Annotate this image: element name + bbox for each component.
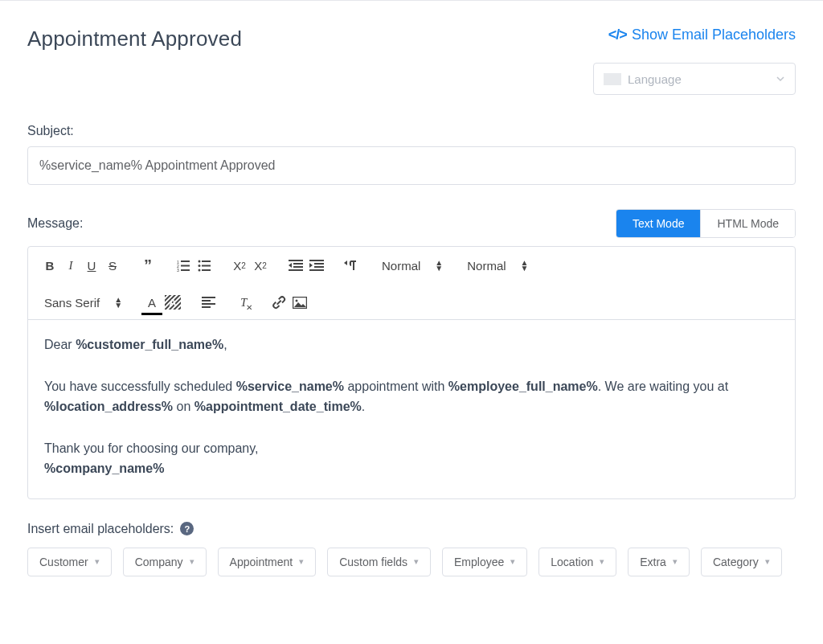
body-text: Thank you for choosing our company, bbox=[44, 441, 259, 455]
svg-point-6 bbox=[198, 260, 200, 262]
chip-label: Company bbox=[135, 556, 183, 568]
body-text: . We are waiting you at bbox=[598, 379, 728, 393]
indent-button[interactable] bbox=[306, 255, 327, 276]
svg-point-28 bbox=[296, 299, 298, 301]
placeholder-token: %employee_full_name% bbox=[448, 379, 598, 393]
svg-rect-5 bbox=[181, 269, 190, 271]
superscript-button[interactable]: X2 bbox=[250, 255, 271, 276]
sort-icon: ▲▼ bbox=[521, 260, 529, 271]
chip-label: Location bbox=[551, 556, 593, 568]
size-select-label: Normal bbox=[467, 259, 506, 273]
insert-placeholders-label: Insert email placeholders: bbox=[27, 522, 174, 536]
chip-custom-fields[interactable]: Custom fields▾ bbox=[327, 548, 431, 576]
chip-extra[interactable]: Extra▾ bbox=[628, 548, 690, 576]
chip-label: Custom fields bbox=[339, 556, 407, 568]
chip-label: Customer bbox=[39, 556, 88, 568]
editor-content[interactable]: Dear %customer_full_name%, You have succ… bbox=[28, 320, 795, 498]
svg-point-10 bbox=[198, 269, 200, 271]
sort-icon: ▲▼ bbox=[435, 260, 443, 271]
rich-text-editor: B I U S ” 123 X2 X2 bbox=[27, 246, 796, 499]
subject-input[interactable] bbox=[27, 146, 796, 185]
svg-rect-11 bbox=[202, 269, 211, 271]
image-button[interactable] bbox=[289, 292, 310, 313]
svg-rect-15 bbox=[289, 269, 303, 271]
help-icon[interactable]: ? bbox=[180, 522, 194, 535]
chevron-down-icon: ▾ bbox=[765, 556, 770, 567]
editor-toolbar: B I U S ” 123 X2 X2 bbox=[28, 247, 795, 320]
placeholder-token: %location_address% bbox=[44, 400, 173, 413]
chevron-down-icon bbox=[776, 74, 785, 84]
font-select-label: Sans Serif bbox=[44, 296, 100, 310]
text-color-button[interactable]: A bbox=[141, 292, 162, 313]
body-text: You have successfully scheduled bbox=[44, 379, 236, 393]
subject-label: Subject: bbox=[27, 124, 796, 138]
align-button[interactable] bbox=[198, 292, 219, 313]
body-text: Dear bbox=[44, 338, 76, 351]
chip-label: Appointment bbox=[230, 556, 293, 568]
subscript-button[interactable]: X2 bbox=[229, 255, 250, 276]
placeholder-token: %service_name% bbox=[236, 379, 344, 393]
mode-toggle: Text Mode HTML Mode bbox=[616, 209, 796, 238]
placeholder-token: %appointment_date_time% bbox=[194, 400, 362, 413]
bullet-list-button[interactable] bbox=[194, 255, 215, 276]
svg-rect-9 bbox=[202, 265, 211, 266]
svg-rect-19 bbox=[309, 269, 324, 271]
chevron-down-icon: ▾ bbox=[510, 556, 515, 567]
chevron-down-icon: ▾ bbox=[414, 556, 419, 567]
body-text: . bbox=[362, 400, 365, 413]
chip-employee[interactable]: Employee▾ bbox=[442, 548, 527, 576]
svg-rect-16 bbox=[309, 260, 324, 261]
html-mode-button[interactable]: HTML Mode bbox=[700, 210, 795, 237]
placeholder-token: %company_name% bbox=[44, 461, 164, 475]
bold-button[interactable]: B bbox=[39, 255, 60, 276]
svg-rect-18 bbox=[314, 266, 324, 268]
flag-icon bbox=[604, 73, 621, 85]
svg-rect-26 bbox=[202, 306, 211, 308]
strike-button[interactable]: S bbox=[102, 255, 123, 276]
underline-button[interactable]: U bbox=[81, 255, 102, 276]
text-mode-button[interactable]: Text Mode bbox=[616, 210, 701, 237]
chevron-down-icon: ▾ bbox=[673, 556, 678, 567]
chip-category[interactable]: Category▾ bbox=[701, 548, 782, 576]
placeholder-token: %customer_full_name% bbox=[76, 338, 223, 351]
svg-rect-12 bbox=[289, 260, 303, 261]
placeholder-chips: Customer▾ Company▾ Appointment▾ Custom f… bbox=[27, 548, 796, 576]
italic-button[interactable]: I bbox=[60, 255, 81, 276]
body-text: , bbox=[223, 338, 227, 351]
bg-color-button[interactable]: A bbox=[162, 292, 183, 313]
svg-rect-25 bbox=[202, 303, 215, 305]
body-text: on bbox=[173, 400, 194, 413]
svg-rect-14 bbox=[293, 266, 303, 268]
chip-company[interactable]: Company▾ bbox=[123, 548, 207, 576]
language-placeholder: Language bbox=[628, 72, 682, 86]
chip-customer[interactable]: Customer▾ bbox=[27, 548, 112, 576]
svg-rect-23 bbox=[202, 297, 215, 298]
show-placeholders-label: Show Email Placeholders bbox=[632, 27, 796, 43]
font-select[interactable]: Sans Serif ▲▼ bbox=[39, 296, 127, 310]
svg-rect-1 bbox=[181, 260, 190, 262]
chip-label: Employee bbox=[454, 556, 504, 568]
chevron-down-icon: ▾ bbox=[600, 556, 604, 567]
chip-appointment[interactable]: Appointment▾ bbox=[218, 548, 317, 576]
clear-format-button[interactable]: T✕ bbox=[233, 292, 254, 313]
chevron-down-icon: ▾ bbox=[95, 556, 100, 567]
header-select[interactable]: Normal ▲▼ bbox=[377, 259, 448, 273]
ordered-list-button[interactable]: 123 bbox=[173, 255, 194, 276]
blockquote-button[interactable]: ” bbox=[137, 255, 158, 276]
svg-rect-13 bbox=[293, 263, 303, 265]
chip-location[interactable]: Location▾ bbox=[538, 548, 616, 576]
header-select-label: Normal bbox=[382, 259, 420, 273]
svg-rect-17 bbox=[314, 263, 324, 265]
direction-button[interactable] bbox=[342, 255, 362, 276]
size-select[interactable]: Normal ▲▼ bbox=[462, 259, 533, 273]
svg-text:3: 3 bbox=[177, 268, 179, 272]
svg-text:A: A bbox=[169, 297, 177, 309]
svg-rect-7 bbox=[202, 260, 211, 262]
language-select[interactable]: Language bbox=[593, 63, 796, 95]
link-button[interactable] bbox=[268, 292, 289, 313]
show-placeholders-link[interactable]: </> Show Email Placeholders bbox=[608, 27, 796, 43]
outdent-button[interactable] bbox=[285, 255, 306, 276]
svg-rect-3 bbox=[181, 265, 190, 266]
chevron-down-icon: ▾ bbox=[299, 556, 304, 567]
chevron-down-icon: ▾ bbox=[190, 556, 194, 567]
